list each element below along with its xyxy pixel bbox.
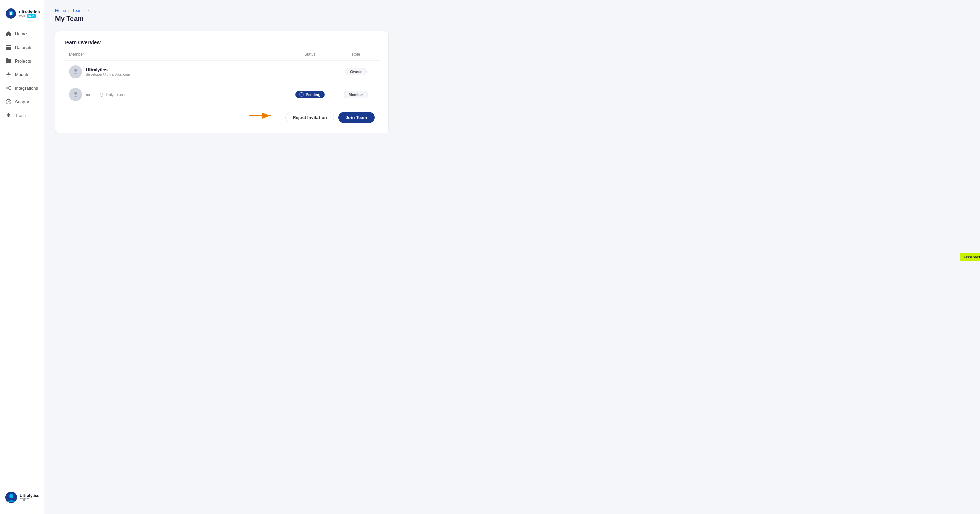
page-title: My Team — [55, 15, 969, 23]
reject-invitation-button[interactable]: Reject Invitation — [285, 111, 334, 124]
sidebar-item-trash-label: Trash — [15, 113, 26, 118]
sidebar-item-support-label: Support — [15, 99, 30, 105]
svg-point-5 — [8, 73, 10, 76]
member-role: Member — [337, 91, 375, 98]
sidebar-item-integrations[interactable]: Integrations — [0, 82, 44, 95]
sidebar-item-projects[interactable]: Projects — [0, 54, 44, 67]
sidebar: ultralytics HUB BETA Home Datasets — [0, 0, 44, 514]
col-header-status: Status — [283, 52, 337, 57]
user-info: Ultralytics FREE — [20, 493, 40, 502]
svg-point-12 — [9, 494, 13, 498]
home-icon — [5, 30, 11, 37]
breadcrumb-teams[interactable]: Teams — [73, 8, 84, 13]
breadcrumb-sep-2: > — [86, 8, 89, 13]
sidebar-item-projects-label: Projects — [15, 59, 31, 63]
table-row: Ultralytics developer@ultralytics.com Ow… — [64, 60, 380, 83]
card-title: Team Overview — [64, 40, 380, 45]
projects-icon — [5, 58, 11, 64]
sidebar-bottom: Ultralytics FREE — [0, 486, 44, 509]
member-role: Owner — [337, 68, 375, 76]
sidebar-item-home[interactable]: Home — [0, 27, 44, 40]
spinner-icon — [299, 92, 304, 97]
sidebar-nav: Home Datasets Projects Models — [0, 27, 44, 486]
member-avatar — [69, 88, 82, 101]
member-email: developer@ultralytics.com — [86, 72, 130, 76]
breadcrumb: Home > Teams > — [55, 8, 969, 13]
team-overview-card: Team Overview Member Status Role Ultraly… — [55, 31, 388, 133]
sidebar-item-support[interactable]: Support — [0, 95, 44, 108]
breadcrumb-sep-1: > — [68, 8, 70, 13]
pending-label: Pending — [305, 92, 320, 97]
svg-point-10 — [8, 103, 9, 103]
member-name: Ultralytics — [86, 67, 130, 72]
svg-point-13 — [74, 69, 77, 72]
svg-point-1 — [10, 12, 12, 15]
svg-rect-2 — [6, 45, 11, 46]
svg-rect-4 — [6, 48, 11, 50]
main-content: Home > Teams > My Team Team Overview Mem… — [44, 0, 980, 514]
svg-point-6 — [6, 87, 8, 89]
user-name: Ultralytics — [20, 493, 40, 498]
feedback-label: Feedback — [964, 255, 980, 259]
breadcrumb-home[interactable]: Home — [55, 8, 66, 13]
member-info: member@ultralytics.com — [69, 88, 283, 101]
sidebar-item-integrations-label: Integrations — [15, 86, 38, 91]
arrow-annotation — [247, 111, 275, 121]
svg-point-7 — [9, 86, 11, 87]
member-avatar-icon — [72, 68, 80, 76]
sidebar-item-datasets[interactable]: Datasets — [0, 41, 44, 54]
svg-point-8 — [9, 89, 11, 90]
sidebar-item-trash[interactable]: Trash — [0, 109, 44, 122]
sidebar-item-models[interactable]: Models — [0, 68, 44, 81]
member-avatar-icon — [72, 90, 80, 98]
member-details: member@ultralytics.com — [86, 92, 127, 97]
feedback-tab[interactable]: Feedback ☺ — [959, 253, 980, 261]
support-icon — [5, 98, 11, 105]
avatar — [5, 492, 17, 503]
member-status: Pending — [283, 91, 337, 98]
member-email: member@ultralytics.com — [86, 92, 127, 97]
role-badge: Member — [344, 91, 368, 98]
datasets-icon — [5, 44, 11, 50]
svg-point-14 — [74, 92, 77, 95]
sidebar-item-home-label: Home — [15, 31, 27, 36]
user-profile[interactable]: Ultralytics FREE — [5, 492, 38, 503]
member-avatar — [69, 65, 82, 78]
user-plan: FREE — [20, 498, 40, 502]
table-header: Member Status Role — [64, 52, 380, 60]
status-badge: Pending — [295, 91, 324, 98]
brand-name: ultralytics — [19, 10, 40, 14]
table-row: member@ultralytics.com Pending Member — [64, 83, 380, 106]
logo: ultralytics HUB BETA — [0, 5, 44, 27]
integrations-icon — [5, 85, 11, 91]
models-icon — [5, 71, 11, 78]
member-info: Ultralytics developer@ultralytics.com — [69, 65, 283, 78]
logo-text: ultralytics HUB BETA — [19, 10, 40, 17]
col-header-member: Member — [69, 52, 283, 57]
svg-rect-3 — [6, 47, 11, 48]
col-header-role: Role — [337, 52, 375, 57]
join-team-button[interactable]: Join Team — [338, 112, 375, 123]
beta-badge: BETA — [27, 14, 36, 17]
role-badge: Owner — [345, 68, 367, 76]
avatar-image — [5, 492, 17, 503]
arrow-icon — [247, 111, 275, 121]
trash-icon — [5, 112, 11, 118]
hub-label: HUB BETA — [19, 14, 40, 17]
ultralytics-logo-icon — [5, 8, 16, 19]
sidebar-item-datasets-label: Datasets — [15, 45, 32, 50]
action-bar: Reject Invitation Join Team — [64, 106, 380, 125]
member-details: Ultralytics developer@ultralytics.com — [86, 67, 130, 76]
sidebar-item-models-label: Models — [15, 72, 29, 77]
